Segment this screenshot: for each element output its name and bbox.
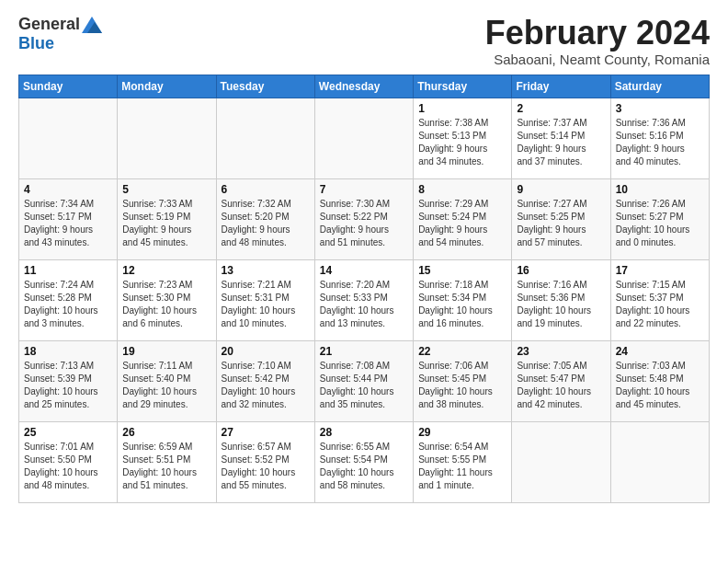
- day-number: 19: [122, 345, 210, 358]
- day-info: Sunrise: 7:34 AMSunset: 5:17 PMDaylight:…: [24, 198, 112, 249]
- day-number: 6: [222, 183, 310, 196]
- day-cell: [216, 98, 314, 178]
- header-cell-tuesday: Tuesday: [216, 75, 314, 98]
- day-cell: 22Sunrise: 7:06 AMSunset: 5:45 PMDayligh…: [414, 340, 512, 421]
- day-cell: [314, 98, 413, 178]
- day-cell: [118, 98, 216, 178]
- day-info: Sunrise: 6:57 AMSunset: 5:52 PMDaylight:…: [222, 441, 310, 492]
- day-number: 18: [24, 345, 112, 358]
- header-row: SundayMondayTuesdayWednesdayThursdayFrid…: [19, 75, 710, 98]
- day-cell: 18Sunrise: 7:13 AMSunset: 5:39 PMDayligh…: [19, 340, 118, 421]
- logo-general-text: General: [18, 15, 80, 34]
- day-number: 29: [418, 426, 506, 439]
- day-cell: 23Sunrise: 7:05 AMSunset: 5:47 PMDayligh…: [512, 340, 610, 421]
- logo-blue-text: Blue: [18, 34, 54, 53]
- day-number: 1: [418, 102, 506, 115]
- day-info: Sunrise: 6:59 AMSunset: 5:51 PMDaylight:…: [122, 441, 210, 492]
- day-info: Sunrise: 7:15 AMSunset: 5:37 PMDaylight:…: [616, 279, 704, 330]
- day-info: Sunrise: 7:24 AMSunset: 5:28 PMDaylight:…: [24, 279, 112, 330]
- day-number: 7: [320, 183, 408, 196]
- day-cell: 8Sunrise: 7:29 AMSunset: 5:24 PMDaylight…: [414, 178, 512, 259]
- header-cell-friday: Friday: [512, 75, 610, 98]
- day-number: 27: [222, 426, 310, 439]
- day-info: Sunrise: 7:08 AMSunset: 5:44 PMDaylight:…: [320, 360, 408, 411]
- day-number: 3: [616, 102, 704, 115]
- day-info: Sunrise: 7:29 AMSunset: 5:24 PMDaylight:…: [418, 198, 506, 249]
- day-info: Sunrise: 7:16 AMSunset: 5:36 PMDaylight:…: [517, 279, 605, 330]
- day-cell: 26Sunrise: 6:59 AMSunset: 5:51 PMDayligh…: [118, 421, 216, 502]
- day-cell: [512, 421, 610, 502]
- day-info: Sunrise: 7:18 AMSunset: 5:34 PMDaylight:…: [418, 279, 506, 330]
- header-cell-saturday: Saturday: [610, 75, 709, 98]
- day-cell: 10Sunrise: 7:26 AMSunset: 5:27 PMDayligh…: [610, 178, 709, 259]
- day-cell: 28Sunrise: 6:55 AMSunset: 5:54 PMDayligh…: [314, 421, 413, 502]
- day-info: Sunrise: 7:21 AMSunset: 5:31 PMDaylight:…: [222, 279, 310, 330]
- day-number: 2: [517, 102, 605, 115]
- week-row-5: 25Sunrise: 7:01 AMSunset: 5:50 PMDayligh…: [19, 421, 710, 502]
- day-cell: 7Sunrise: 7:30 AMSunset: 5:22 PMDaylight…: [314, 178, 413, 259]
- day-cell: 1Sunrise: 7:38 AMSunset: 5:13 PMDaylight…: [414, 98, 512, 178]
- day-info: Sunrise: 7:26 AMSunset: 5:27 PMDaylight:…: [616, 198, 704, 249]
- header-cell-wednesday: Wednesday: [314, 75, 413, 98]
- day-info: Sunrise: 7:23 AMSunset: 5:30 PMDaylight:…: [122, 279, 210, 330]
- day-cell: 3Sunrise: 7:36 AMSunset: 5:16 PMDaylight…: [610, 98, 709, 178]
- day-info: Sunrise: 7:20 AMSunset: 5:33 PMDaylight:…: [320, 279, 408, 330]
- week-row-4: 18Sunrise: 7:13 AMSunset: 5:39 PMDayligh…: [19, 340, 710, 421]
- day-number: 5: [122, 183, 210, 196]
- day-cell: 4Sunrise: 7:34 AMSunset: 5:17 PMDaylight…: [19, 178, 118, 259]
- day-cell: 24Sunrise: 7:03 AMSunset: 5:48 PMDayligh…: [610, 340, 709, 421]
- day-number: 4: [24, 183, 112, 196]
- day-info: Sunrise: 7:10 AMSunset: 5:42 PMDaylight:…: [222, 360, 310, 411]
- day-cell: 25Sunrise: 7:01 AMSunset: 5:50 PMDayligh…: [19, 421, 118, 502]
- day-number: 14: [320, 264, 408, 277]
- day-info: Sunrise: 7:36 AMSunset: 5:16 PMDaylight:…: [616, 117, 704, 168]
- calendar-table: SundayMondayTuesdayWednesdayThursdayFrid…: [18, 75, 710, 503]
- day-info: Sunrise: 7:38 AMSunset: 5:13 PMDaylight:…: [418, 117, 506, 168]
- day-number: 22: [418, 345, 506, 358]
- day-number: 8: [418, 183, 506, 196]
- day-cell: 29Sunrise: 6:54 AMSunset: 5:55 PMDayligh…: [414, 421, 512, 502]
- day-cell: 27Sunrise: 6:57 AMSunset: 5:52 PMDayligh…: [216, 421, 314, 502]
- day-cell: 13Sunrise: 7:21 AMSunset: 5:31 PMDayligh…: [216, 259, 314, 340]
- logo-icon: [82, 17, 102, 33]
- calendar-title: February 2024: [485, 15, 710, 52]
- header-cell-sunday: Sunday: [19, 75, 118, 98]
- day-info: Sunrise: 6:55 AMSunset: 5:54 PMDaylight:…: [320, 441, 408, 492]
- day-number: 11: [24, 264, 112, 277]
- day-number: 23: [517, 345, 605, 358]
- day-number: 10: [616, 183, 704, 196]
- day-info: Sunrise: 7:13 AMSunset: 5:39 PMDaylight:…: [24, 360, 112, 411]
- day-number: 25: [24, 426, 112, 439]
- day-cell: [610, 421, 709, 502]
- day-info: Sunrise: 7:06 AMSunset: 5:45 PMDaylight:…: [418, 360, 506, 411]
- day-info: Sunrise: 7:11 AMSunset: 5:40 PMDaylight:…: [122, 360, 210, 411]
- day-number: 17: [616, 264, 704, 277]
- day-info: Sunrise: 7:30 AMSunset: 5:22 PMDaylight:…: [320, 198, 408, 249]
- day-info: Sunrise: 6:54 AMSunset: 5:55 PMDaylight:…: [418, 441, 506, 492]
- day-cell: 12Sunrise: 7:23 AMSunset: 5:30 PMDayligh…: [118, 259, 216, 340]
- title-block: February 2024 Sabaoani, Neamt County, Ro…: [485, 15, 710, 67]
- day-info: Sunrise: 7:37 AMSunset: 5:14 PMDaylight:…: [517, 117, 605, 168]
- day-cell: 21Sunrise: 7:08 AMSunset: 5:44 PMDayligh…: [314, 340, 413, 421]
- day-number: 16: [517, 264, 605, 277]
- day-cell: 11Sunrise: 7:24 AMSunset: 5:28 PMDayligh…: [19, 259, 118, 340]
- day-cell: 15Sunrise: 7:18 AMSunset: 5:34 PMDayligh…: [414, 259, 512, 340]
- day-number: 9: [517, 183, 605, 196]
- day-cell: [19, 98, 118, 178]
- day-cell: 2Sunrise: 7:37 AMSunset: 5:14 PMDaylight…: [512, 98, 610, 178]
- day-cell: 6Sunrise: 7:32 AMSunset: 5:20 PMDaylight…: [216, 178, 314, 259]
- day-number: 21: [320, 345, 408, 358]
- day-cell: 14Sunrise: 7:20 AMSunset: 5:33 PMDayligh…: [314, 259, 413, 340]
- day-number: 20: [222, 345, 310, 358]
- day-number: 12: [122, 264, 210, 277]
- logo: General Blue: [18, 15, 102, 53]
- day-number: 15: [418, 264, 506, 277]
- day-info: Sunrise: 7:32 AMSunset: 5:20 PMDaylight:…: [222, 198, 310, 249]
- day-number: 13: [222, 264, 310, 277]
- header-cell-thursday: Thursday: [414, 75, 512, 98]
- day-info: Sunrise: 7:33 AMSunset: 5:19 PMDaylight:…: [122, 198, 210, 249]
- day-cell: 9Sunrise: 7:27 AMSunset: 5:25 PMDaylight…: [512, 178, 610, 259]
- day-cell: 16Sunrise: 7:16 AMSunset: 5:36 PMDayligh…: [512, 259, 610, 340]
- day-cell: 5Sunrise: 7:33 AMSunset: 5:19 PMDaylight…: [118, 178, 216, 259]
- day-cell: 20Sunrise: 7:10 AMSunset: 5:42 PMDayligh…: [216, 340, 314, 421]
